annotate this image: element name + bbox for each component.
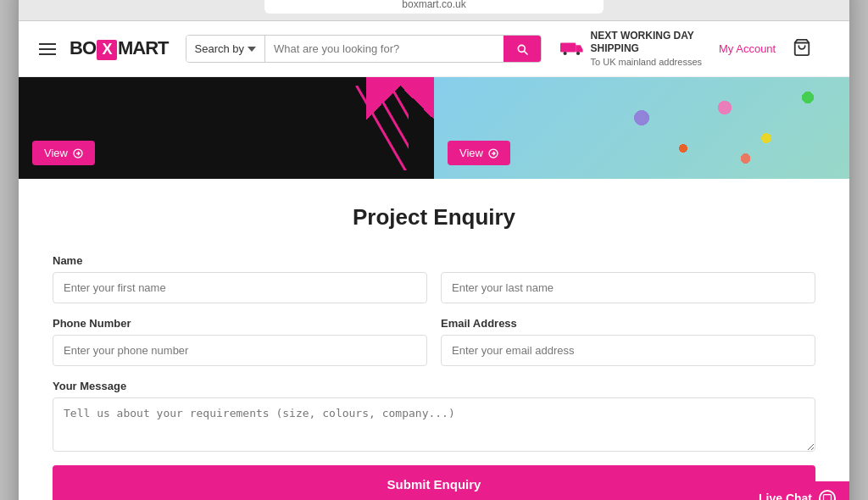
- phone-email-row: Phone Number Email Address: [53, 317, 815, 366]
- first-name-input[interactable]: [53, 272, 427, 303]
- hero-decoration: [324, 86, 409, 170]
- submit-button[interactable]: Submit Enquiry: [53, 465, 815, 500]
- phone-input[interactable]: [53, 335, 427, 366]
- page-content: BOXMART Search by NEXT WORKING DAY SH: [19, 21, 849, 500]
- live-chat-label: Live Chat: [759, 492, 812, 500]
- phone-label: Phone Number: [53, 317, 427, 330]
- message-label: Your Message: [53, 380, 815, 392]
- hero-left-panel: View: [19, 77, 434, 179]
- svg-point-1: [563, 51, 566, 54]
- chat-icon: [819, 490, 836, 500]
- truck-icon: [560, 39, 584, 59]
- address-bar[interactable]: boxmart.co.uk: [264, 0, 604, 14]
- search-button[interactable]: [504, 36, 541, 62]
- circle-arrow-icon: [73, 148, 83, 158]
- navbar: BOXMART Search by NEXT WORKING DAY SH: [19, 21, 849, 77]
- svg-rect-0: [560, 42, 576, 52]
- form-title: Project Enquiry: [53, 204, 815, 231]
- logo-text-before: BO: [70, 37, 96, 58]
- search-by-button[interactable]: Search by: [186, 36, 266, 62]
- first-name-group: Name: [53, 254, 427, 303]
- browser-chrome: boxmart.co.uk: [19, 0, 849, 21]
- search-icon: [515, 42, 529, 56]
- live-chat-button[interactable]: Live Chat: [745, 481, 849, 500]
- first-name-label: Name: [53, 254, 427, 267]
- name-row: Name: [53, 254, 815, 303]
- last-name-group: [441, 254, 815, 303]
- search-input[interactable]: [265, 36, 503, 62]
- site-logo: BOXMART: [70, 37, 169, 60]
- hero-strip: View View: [19, 77, 849, 179]
- shipping-line2: SHIPPING: [591, 42, 702, 56]
- shipping-info: NEXT WORKING DAY SHIPPING To UK mainland…: [560, 30, 702, 68]
- logo-text-after: MART: [118, 37, 169, 58]
- email-group: Email Address: [441, 317, 815, 366]
- phone-group: Phone Number: [53, 317, 427, 366]
- hero-view-button-1[interactable]: View: [32, 141, 95, 165]
- last-name-input[interactable]: [441, 272, 815, 303]
- hamburger-menu[interactable]: [36, 40, 59, 58]
- chevron-down-icon: [248, 47, 256, 52]
- hero-right-panel: View: [434, 77, 849, 179]
- message-input[interactable]: [53, 397, 815, 452]
- shipping-line1: NEXT WORKING DAY: [591, 30, 702, 43]
- circle-arrow-icon-2: [488, 148, 498, 158]
- shipping-text: NEXT WORKING DAY SHIPPING To UK mainland…: [591, 30, 702, 68]
- shipping-line3: To UK mainland addresses: [591, 57, 702, 67]
- my-account-link[interactable]: My Account: [719, 42, 776, 55]
- hero-view-button-2[interactable]: View: [448, 141, 510, 165]
- browser-window: boxmart.co.uk BOXMART Search by: [19, 0, 849, 500]
- email-input[interactable]: [441, 335, 815, 366]
- search-by-label: Search by: [195, 42, 245, 55]
- form-section: Project Enquiry Name Phone Number: [19, 179, 849, 500]
- url-text: boxmart.co.uk: [402, 0, 465, 10]
- logo-box-icon: X: [97, 40, 117, 60]
- search-bar: Search by: [186, 35, 542, 63]
- svg-point-2: [576, 51, 579, 54]
- cart-icon[interactable]: [793, 38, 811, 60]
- message-group: Your Message: [53, 380, 815, 452]
- email-label: Email Address: [441, 317, 815, 330]
- last-name-label: [441, 254, 815, 267]
